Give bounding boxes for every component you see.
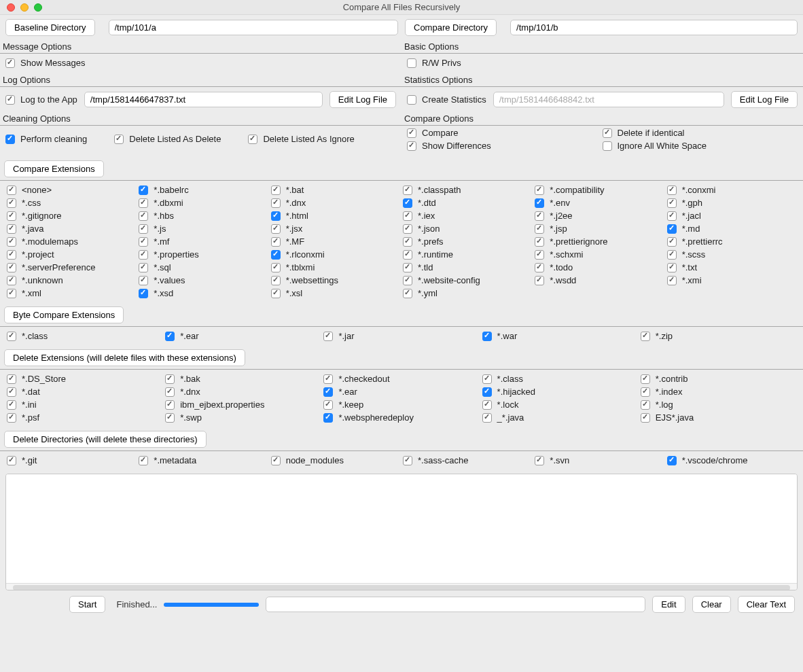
compare-ext-item[interactable]: *.runtime xyxy=(401,248,533,261)
delete-ext-checkbox[interactable] xyxy=(323,374,333,384)
delete-dir-item[interactable]: *.git xyxy=(5,454,137,467)
compare-ext-item[interactable]: *.bat xyxy=(270,183,401,196)
compare-option[interactable]: Compare xyxy=(407,128,603,138)
compare-ext-checkbox[interactable] xyxy=(139,250,148,260)
compare-ext-checkbox[interactable] xyxy=(139,276,148,285)
delete-ext-item[interactable]: *.swp xyxy=(164,411,322,424)
compare-ext-item[interactable]: *.wsdd xyxy=(533,274,665,287)
compare-ext-item[interactable]: *.tld xyxy=(401,261,533,274)
compare-ext-item[interactable]: *.gitignore xyxy=(5,209,137,222)
byte-ext-item[interactable]: *.ear xyxy=(164,330,322,342)
byte-compare-extensions-button[interactable]: Byte Compare Extensions xyxy=(4,306,124,323)
compare-ext-checkbox[interactable] xyxy=(403,289,412,298)
delete-ext-item[interactable]: *.bak xyxy=(164,372,322,385)
edit-stats-file-button[interactable]: Edit Log File xyxy=(731,91,798,108)
delete-dir-item[interactable]: *.svn xyxy=(533,454,665,467)
compare-ext-checkbox[interactable] xyxy=(535,250,544,260)
compare-ext-checkbox[interactable] xyxy=(139,263,148,272)
delete-ext-checkbox[interactable] xyxy=(323,413,333,423)
baseline-directory-input[interactable] xyxy=(109,20,399,35)
delete-ext-item[interactable]: *.webspheredeploy xyxy=(322,411,480,424)
compare-ext-checkbox[interactable] xyxy=(535,237,544,247)
compare-ext-checkbox[interactable] xyxy=(535,224,544,234)
compare-ext-item[interactable]: *.html xyxy=(270,209,401,222)
delete-dir-checkbox[interactable] xyxy=(139,456,148,465)
compare-ext-checkbox[interactable] xyxy=(271,263,281,272)
byte-ext-item[interactable]: *.zip xyxy=(639,330,798,342)
compare-directory-button[interactable]: Compare Directory xyxy=(405,19,497,36)
horizontal-scrollbar[interactable] xyxy=(6,583,797,590)
delete-ext-checkbox[interactable] xyxy=(165,387,175,397)
delete-ext-checkbox[interactable] xyxy=(641,374,650,384)
compare-ext-checkbox[interactable] xyxy=(667,276,677,285)
ignore-whitespace-option[interactable]: Ignore All White Space xyxy=(603,141,798,151)
rw-privs-checkbox[interactable] xyxy=(407,58,416,68)
byte-ext-item[interactable]: *.class xyxy=(5,330,164,342)
byte-ext-item[interactable]: *.war xyxy=(481,330,639,342)
stats-path-input[interactable] xyxy=(493,92,724,107)
compare-ext-item[interactable]: *.prettierignore xyxy=(533,235,665,248)
compare-ext-checkbox[interactable] xyxy=(535,198,544,208)
delete-dir-checkbox[interactable] xyxy=(535,456,544,465)
create-statistics-option[interactable]: Create Statistics xyxy=(407,94,486,105)
delete-ext-item[interactable]: *.lock xyxy=(481,398,639,411)
delete-ext-checkbox[interactable] xyxy=(641,400,650,410)
delete-dir-item[interactable]: node_modules xyxy=(270,454,401,467)
delete-identical-checkbox[interactable] xyxy=(603,128,612,138)
delete-dir-checkbox[interactable] xyxy=(7,456,16,465)
perform-cleaning-option[interactable]: Perform cleaning xyxy=(5,128,87,149)
compare-ext-checkbox[interactable] xyxy=(667,250,677,260)
perform-cleaning-checkbox[interactable] xyxy=(5,135,15,144)
delete-dir-item[interactable]: *.vscode/chrome xyxy=(666,454,798,467)
compare-ext-item[interactable]: *.gph xyxy=(666,196,798,209)
scroll-thumb[interactable] xyxy=(13,585,790,590)
compare-ext-checkbox[interactable] xyxy=(403,250,412,260)
compare-ext-checkbox[interactable] xyxy=(139,224,148,234)
delete-dir-checkbox[interactable] xyxy=(667,456,677,465)
compare-ext-checkbox[interactable] xyxy=(271,198,281,208)
create-statistics-checkbox[interactable] xyxy=(407,95,416,105)
compare-ext-item[interactable]: *.java xyxy=(5,222,137,235)
compare-ext-checkbox[interactable] xyxy=(535,185,544,195)
delete-ext-item[interactable]: _*.java xyxy=(481,411,639,424)
compare-ext-checkbox[interactable] xyxy=(139,289,148,298)
show-messages-checkbox[interactable] xyxy=(5,58,15,68)
delete-identical-option[interactable]: Delete if identical xyxy=(603,128,798,138)
ignore-whitespace-checkbox[interactable] xyxy=(603,141,612,151)
compare-ext-item[interactable]: *.compatibility xyxy=(533,183,665,196)
compare-ext-checkbox[interactable] xyxy=(7,250,16,260)
compare-ext-checkbox[interactable] xyxy=(535,211,544,221)
compare-ext-item[interactable]: *.md xyxy=(666,222,798,235)
compare-ext-item[interactable]: *.yml xyxy=(401,287,533,300)
compare-ext-checkbox[interactable] xyxy=(7,224,16,234)
delete-ext-checkbox[interactable] xyxy=(165,413,175,423)
delete-ext-checkbox[interactable] xyxy=(7,387,16,397)
compare-ext-checkbox[interactable] xyxy=(667,198,677,208)
show-messages-option[interactable]: Show Messages xyxy=(5,58,396,68)
delete-dir-item[interactable]: *.sass-cache xyxy=(401,454,533,467)
compare-ext-item[interactable]: *.project xyxy=(5,248,137,261)
compare-ext-item[interactable]: *.website-config xyxy=(401,274,533,287)
compare-ext-item[interactable]: *.unknown xyxy=(5,274,137,287)
compare-ext-item[interactable]: *.prettierrc xyxy=(666,235,798,248)
delete-ext-checkbox[interactable] xyxy=(641,387,650,397)
delete-ext-item[interactable]: EJS*.java xyxy=(639,411,798,424)
compare-ext-item[interactable]: *.env xyxy=(533,196,665,209)
byte-ext-checkbox[interactable] xyxy=(165,332,175,341)
delete-ext-item[interactable]: *.ini xyxy=(5,398,164,411)
compare-ext-checkbox[interactable] xyxy=(403,263,412,272)
delete-ext-item[interactable]: *.psf xyxy=(5,411,164,424)
delete-ext-checkbox[interactable] xyxy=(7,374,16,384)
compare-ext-checkbox[interactable] xyxy=(403,211,412,221)
compare-ext-item[interactable]: *.modulemaps xyxy=(5,235,137,248)
delete-ext-checkbox[interactable] xyxy=(323,387,333,397)
compare-ext-item[interactable]: *.properties xyxy=(137,248,269,261)
compare-ext-item[interactable]: *.scss xyxy=(666,248,798,261)
compare-ext-item[interactable]: *.css xyxy=(5,196,137,209)
compare-ext-checkbox[interactable] xyxy=(139,185,148,195)
compare-ext-item[interactable]: *.babelrc xyxy=(137,183,269,196)
rw-privs-option[interactable]: R/W Privs xyxy=(407,58,798,68)
compare-ext-checkbox[interactable] xyxy=(667,185,677,195)
byte-ext-checkbox[interactable] xyxy=(641,332,650,341)
delete-ext-item[interactable]: *.class xyxy=(481,372,639,385)
